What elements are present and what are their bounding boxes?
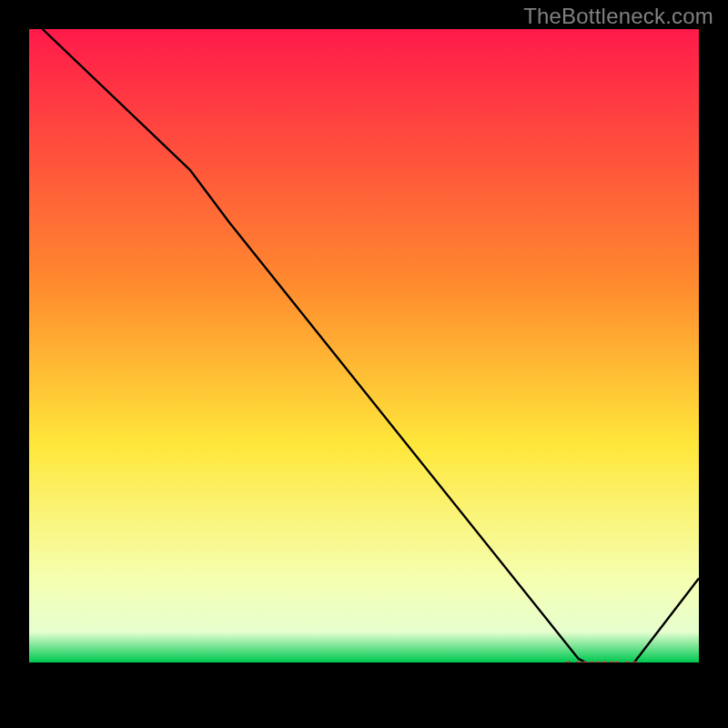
plot-area bbox=[29, 29, 699, 699]
watermark-text: TheBottleneck.com bbox=[523, 4, 713, 29]
chart-frame: TheBottleneck.com bbox=[0, 0, 728, 728]
bottom-black-band bbox=[29, 662, 699, 699]
chart-line-layer bbox=[29, 29, 699, 699]
